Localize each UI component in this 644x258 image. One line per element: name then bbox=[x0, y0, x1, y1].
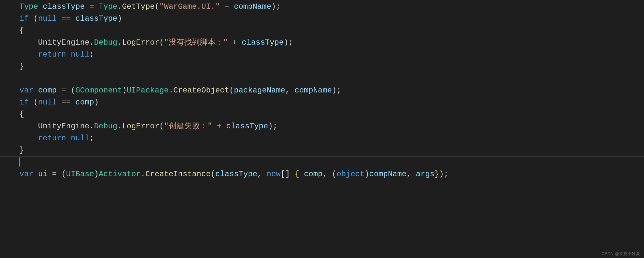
token-punct bbox=[228, 38, 232, 47]
token-punct: , bbox=[285, 86, 295, 95]
token-var: classType bbox=[226, 122, 268, 131]
code-line[interactable]: Type classType = Type.GetType("WarGame.U… bbox=[19, 1, 448, 13]
token-punct bbox=[38, 2, 43, 11]
token-punct: . bbox=[141, 170, 145, 178]
token-punct: ); bbox=[268, 122, 277, 131]
token-punct: ; bbox=[89, 134, 94, 143]
token-punct: { bbox=[19, 26, 24, 35]
token-var: args bbox=[416, 170, 435, 178]
token-punct: ( bbox=[211, 170, 215, 178]
code-line[interactable]: { bbox=[19, 108, 448, 120]
code-area[interactable]: Type classType = Type.GetType("WarGame.U… bbox=[0, 0, 448, 180]
token-punct bbox=[229, 2, 234, 11]
token-punct bbox=[237, 38, 242, 47]
token-punct bbox=[85, 2, 89, 11]
token-punct: { bbox=[19, 110, 24, 119]
token-var: classType bbox=[215, 170, 257, 178]
token-punct bbox=[94, 2, 98, 11]
token-brace: } bbox=[435, 170, 439, 178]
token-punct: } bbox=[19, 62, 24, 71]
code-line[interactable]: } bbox=[19, 60, 448, 72]
token-op: + bbox=[232, 38, 237, 47]
token-var: comp bbox=[38, 86, 57, 95]
token-punct bbox=[47, 170, 52, 178]
code-line[interactable] bbox=[19, 156, 448, 168]
token-keyword: null bbox=[38, 98, 57, 107]
token-op: == bbox=[62, 98, 71, 107]
code-editor[interactable]: Type classType = Type.GetType("WarGame.U… bbox=[0, 0, 644, 258]
token-punct bbox=[71, 98, 75, 107]
token-keyword: null bbox=[71, 134, 89, 143]
token-punct: ); bbox=[284, 38, 293, 47]
token-keyword: var bbox=[19, 86, 33, 95]
token-keyword: if bbox=[19, 98, 29, 107]
token-punct bbox=[19, 38, 38, 47]
token-string: "WarGame.UI." bbox=[159, 2, 220, 11]
token-punct bbox=[66, 50, 71, 59]
token-op: = bbox=[89, 2, 94, 11]
token-var: classType bbox=[43, 2, 85, 11]
token-punct: , bbox=[257, 170, 267, 178]
code-line[interactable]: var ui = (UIBase)Activator.CreateInstanc… bbox=[19, 168, 448, 180]
token-punct: ( bbox=[159, 122, 164, 131]
token-var: comp bbox=[75, 98, 94, 107]
token-method: GetType bbox=[122, 2, 155, 11]
token-punct: ) bbox=[122, 86, 127, 95]
token-var: compName bbox=[369, 170, 406, 178]
code-line[interactable] bbox=[19, 72, 448, 84]
code-line[interactable]: return null; bbox=[19, 132, 448, 144]
token-type: UIBase bbox=[66, 170, 94, 178]
token-keyword: new bbox=[266, 170, 280, 178]
token-var: classType bbox=[242, 38, 284, 47]
token-type: Activator bbox=[99, 170, 141, 178]
token-punct bbox=[299, 170, 304, 178]
token-var: classType bbox=[75, 14, 118, 23]
token-punct: . bbox=[117, 122, 122, 131]
token-punct: . bbox=[169, 86, 173, 95]
token-punct bbox=[19, 134, 38, 143]
code-line[interactable]: } bbox=[19, 144, 448, 156]
token-punct: ( bbox=[57, 170, 66, 178]
token-type: Type bbox=[19, 2, 38, 11]
code-line[interactable]: { bbox=[19, 25, 448, 37]
token-punct bbox=[71, 14, 75, 23]
token-op: = bbox=[62, 86, 66, 95]
token-punct: , bbox=[407, 170, 416, 178]
token-punct bbox=[66, 134, 71, 143]
token-punct bbox=[33, 86, 38, 95]
token-punct bbox=[220, 2, 224, 11]
token-var: compName bbox=[295, 86, 332, 95]
token-string: "没有找到脚本：" bbox=[164, 38, 228, 47]
token-punct: ) bbox=[94, 170, 98, 178]
token-type: Debug bbox=[94, 122, 117, 131]
token-punct: ; bbox=[89, 50, 94, 59]
token-punct: ); bbox=[332, 86, 341, 95]
token-punct: ( bbox=[229, 86, 234, 95]
token-var: compName bbox=[234, 2, 271, 11]
token-var: comp bbox=[304, 170, 323, 178]
token-punct bbox=[33, 170, 38, 178]
token-punct: ) bbox=[94, 98, 98, 107]
token-method: CreateInstance bbox=[145, 170, 211, 178]
token-keyword: object bbox=[336, 170, 364, 178]
token-op: + bbox=[217, 122, 221, 131]
token-method: LogError bbox=[122, 122, 159, 131]
code-line[interactable]: UnityEngine.Debug.LogError("没有找到脚本：" + c… bbox=[19, 37, 448, 48]
code-line[interactable]: if (null == classType) bbox=[19, 13, 448, 25]
token-keyword: null bbox=[38, 14, 57, 23]
code-line[interactable]: UnityEngine.Debug.LogError("创建失败：" + cla… bbox=[19, 120, 448, 132]
code-line[interactable]: return null; bbox=[19, 48, 448, 60]
token-keyword: if bbox=[19, 14, 29, 23]
token-punct: ( bbox=[159, 38, 164, 47]
token-punct: } bbox=[19, 146, 24, 155]
token-keyword: return bbox=[38, 50, 66, 59]
token-punct bbox=[57, 86, 61, 95]
token-op: = bbox=[52, 170, 57, 178]
code-line[interactable]: var comp = (GComponent)UIPackage.CreateO… bbox=[19, 84, 448, 96]
token-op: + bbox=[225, 2, 229, 11]
token-var: ui bbox=[38, 170, 48, 178]
token-punct bbox=[221, 122, 226, 131]
token-punct: ( bbox=[29, 98, 38, 107]
token-punct: ( bbox=[155, 2, 159, 11]
code-line[interactable]: if (null == comp) bbox=[19, 96, 448, 108]
